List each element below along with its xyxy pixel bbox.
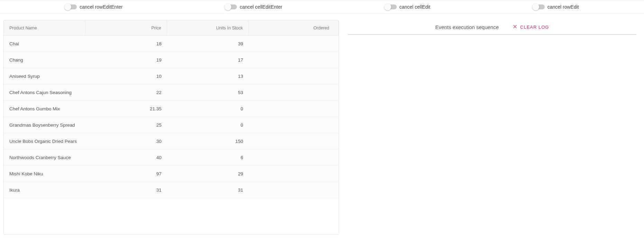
toggle-cell-edit-enter: cancel cellEditEnter <box>225 4 282 10</box>
cell-ordered[interactable] <box>249 36 339 52</box>
cell-ordered[interactable] <box>249 166 339 182</box>
cell-units-in-stock[interactable]: 17 <box>167 52 249 68</box>
toggle-label: cancel cellEditEnter <box>240 4 282 10</box>
cell-ordered[interactable] <box>249 133 339 149</box>
toggle-label: cancel cellEdit <box>399 4 431 10</box>
column-header-units-in-stock[interactable]: Units In Stock <box>167 20 249 35</box>
table-row[interactable]: Chai1839 <box>4 36 339 52</box>
close-icon <box>513 24 517 30</box>
log-body <box>346 35 638 235</box>
column-header-product-name[interactable]: Product Name <box>4 20 85 35</box>
table-row[interactable]: Chef Antons Cajun Seasoning2253 <box>4 84 339 101</box>
switch-cell-edit[interactable] <box>385 4 397 9</box>
cell-units-in-stock[interactable]: 39 <box>167 36 249 52</box>
table-row[interactable]: Grandmas Boysenberry Spread250 <box>4 117 339 133</box>
cell-ordered[interactable] <box>249 117 339 133</box>
toggle-cell-edit: cancel cellEdit <box>385 4 431 10</box>
cell-product-name[interactable]: Chang <box>4 52 85 68</box>
table-row[interactable]: Mishi Kobe Niku9729 <box>4 166 339 182</box>
cell-price[interactable]: 97 <box>85 166 167 182</box>
cell-ordered[interactable] <box>249 149 339 165</box>
cell-product-name[interactable]: Northwoods Cranberry Sauce <box>4 149 85 165</box>
column-header-ordered[interactable]: Ordered <box>249 20 339 35</box>
cell-product-name[interactable]: Mishi Kobe Niku <box>4 166 85 182</box>
table-row[interactable]: Aniseed Syrup1013 <box>4 68 339 84</box>
cell-units-in-stock[interactable]: 31 <box>167 182 249 198</box>
cell-price[interactable]: 10 <box>85 68 167 84</box>
cell-units-in-stock[interactable]: 0 <box>167 117 249 133</box>
table-row[interactable]: Ikura3131 <box>4 182 339 198</box>
switch-row-edit[interactable] <box>533 4 545 9</box>
cell-product-name[interactable]: Uncle Bobs Organic Dried Pears <box>4 133 85 149</box>
cell-units-in-stock[interactable]: 6 <box>167 149 249 165</box>
toggle-row-edit: cancel rowEdit <box>533 4 579 10</box>
cell-product-name[interactable]: Chef Antons Gumbo Mix <box>4 101 85 117</box>
cell-units-in-stock[interactable]: 0 <box>167 101 249 117</box>
log-header: Events execution sequence CLEAR LOG <box>348 20 636 35</box>
cell-product-name[interactable]: Aniseed Syrup <box>4 68 85 84</box>
cell-price[interactable]: 31 <box>85 182 167 198</box>
clear-log-label: CLEAR LOG <box>520 25 549 30</box>
grid-header: Product Name Price Units In Stock Ordere… <box>4 20 339 36</box>
cell-product-name[interactable]: Ikura <box>4 182 85 198</box>
column-header-price[interactable]: Price <box>85 20 167 35</box>
cell-units-in-stock[interactable]: 53 <box>167 84 249 100</box>
log-title: Events execution sequence <box>435 24 499 30</box>
table-row[interactable]: Chef Antons Gumbo Mix21.350 <box>4 101 339 117</box>
cell-ordered[interactable] <box>249 52 339 68</box>
switch-cell-edit-enter[interactable] <box>225 4 237 9</box>
cell-ordered[interactable] <box>249 101 339 117</box>
cell-price[interactable]: 19 <box>85 52 167 68</box>
toggle-label: cancel rowEditEnter <box>80 4 123 10</box>
log-panel: Events execution sequence CLEAR LOG <box>346 20 641 235</box>
cell-price[interactable]: 30 <box>85 133 167 149</box>
cell-product-name[interactable]: Chai <box>4 36 85 52</box>
cell-units-in-stock[interactable]: 13 <box>167 68 249 84</box>
table-row[interactable]: Chang1917 <box>4 52 339 68</box>
grid-panel: Product Name Price Units In Stock Ordere… <box>3 20 339 235</box>
cell-product-name[interactable]: Chef Antons Cajun Seasoning <box>4 84 85 100</box>
toggle-row-edit-enter: cancel rowEditEnter <box>65 4 123 10</box>
table-row[interactable]: Northwoods Cranberry Sauce406 <box>4 149 339 166</box>
cell-price[interactable]: 25 <box>85 117 167 133</box>
cell-price[interactable]: 22 <box>85 84 167 100</box>
clear-log-button[interactable]: CLEAR LOG <box>513 24 549 30</box>
cell-product-name[interactable]: Grandmas Boysenberry Spread <box>4 117 85 133</box>
toggle-bar: cancel rowEditEnter cancel cellEditEnter… <box>0 0 644 14</box>
table-row[interactable]: Uncle Bobs Organic Dried Pears30150 <box>4 133 339 149</box>
toggle-label: cancel rowEdit <box>548 4 579 10</box>
switch-row-edit-enter[interactable] <box>65 4 77 9</box>
grid-body[interactable]: Chai1839Chang1917Aniseed Syrup1013Chef A… <box>4 36 339 234</box>
cell-price[interactable]: 21.35 <box>85 101 167 117</box>
cell-units-in-stock[interactable]: 150 <box>167 133 249 149</box>
main-area: Product Name Price Units In Stock Ordere… <box>0 14 644 238</box>
cell-ordered[interactable] <box>249 182 339 198</box>
cell-price[interactable]: 18 <box>85 36 167 52</box>
cell-ordered[interactable] <box>249 84 339 100</box>
cell-price[interactable]: 40 <box>85 149 167 165</box>
cell-units-in-stock[interactable]: 29 <box>167 166 249 182</box>
cell-ordered[interactable] <box>249 68 339 84</box>
